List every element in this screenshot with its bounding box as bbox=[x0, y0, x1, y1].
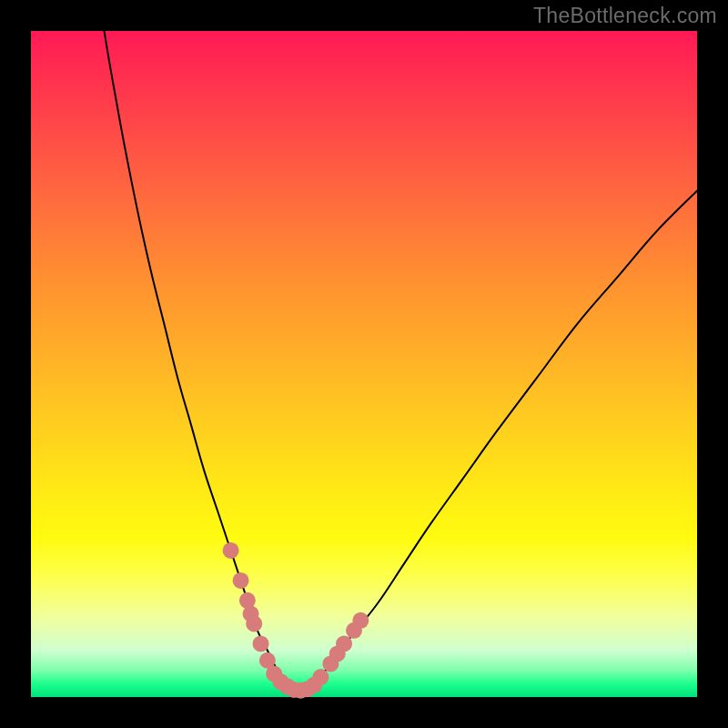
bottleneck-curve bbox=[105, 31, 697, 691]
curve-marker bbox=[352, 612, 369, 629]
watermark-text: TheBottleneck.com bbox=[533, 4, 717, 28]
curve-marker bbox=[223, 542, 239, 559]
curve-marker bbox=[336, 635, 352, 652]
plot-area bbox=[31, 31, 697, 697]
curve-marker bbox=[253, 635, 269, 652]
curve-markers bbox=[223, 542, 369, 699]
curve-marker bbox=[312, 669, 329, 685]
chart-container: TheBottleneck.com bbox=[0, 0, 728, 728]
curve-layer bbox=[31, 31, 697, 697]
curve-marker bbox=[233, 572, 249, 589]
curve-marker bbox=[246, 615, 262, 632]
